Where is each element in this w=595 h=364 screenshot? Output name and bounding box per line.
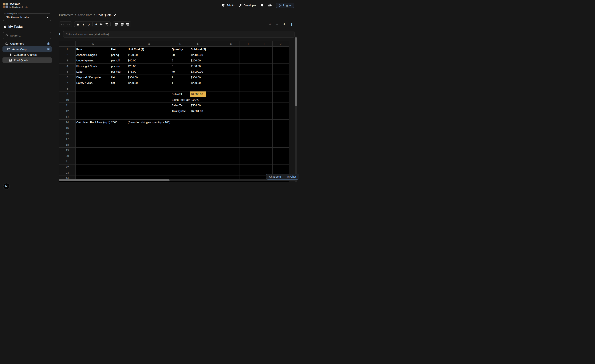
cell-D5[interactable]: 40 <box>171 69 190 75</box>
cell-G8[interactable] <box>223 86 240 92</box>
vertical-scrollbar[interactable] <box>295 36 297 182</box>
cell-J21[interactable] <box>273 159 289 165</box>
cell-A7[interactable]: Safety / Misc. <box>76 80 110 86</box>
cell-I15[interactable] <box>256 125 273 131</box>
cell-I3[interactable] <box>256 58 273 63</box>
cell-H10[interactable] <box>240 97 256 103</box>
cell-H14[interactable] <box>240 120 256 125</box>
cell-D7[interactable]: 1 <box>171 80 190 86</box>
row-header-23[interactable]: 23 <box>59 170 76 176</box>
cell-A5[interactable]: Labor <box>76 69 110 75</box>
cell-I16[interactable] <box>256 131 273 137</box>
cell-A8[interactable] <box>76 86 110 92</box>
cell-J3[interactable] <box>273 58 289 63</box>
cell-G18[interactable] <box>223 142 240 148</box>
sidebar-item-roof-quote[interactable]: Roof Quote <box>2 57 52 63</box>
cell-C18[interactable] <box>127 142 171 148</box>
cell-H7[interactable] <box>240 80 256 86</box>
cell-G11[interactable] <box>223 103 240 108</box>
cell-E22[interactable] <box>190 165 206 170</box>
cell-F22[interactable] <box>206 165 223 170</box>
column-header-E[interactable]: E <box>190 41 206 47</box>
cell-H13[interactable] <box>240 114 256 120</box>
cell-C14[interactable]: (Based on shingles quantity × 100) <box>127 120 171 125</box>
add-row-button[interactable]: + <box>268 22 272 27</box>
align-left-button[interactable] <box>114 22 119 27</box>
row-header-9[interactable]: 9 <box>59 91 76 97</box>
row-header-10[interactable]: 10 <box>59 97 76 103</box>
notifications-button[interactable] <box>260 4 264 7</box>
cell-D15[interactable] <box>171 125 190 131</box>
cell-A17[interactable] <box>76 136 110 142</box>
cell-H1[interactable] <box>240 47 256 52</box>
cell-E4[interactable]: $150.00 <box>190 63 206 69</box>
cell-H23[interactable] <box>240 170 256 176</box>
cell-C23[interactable] <box>127 170 171 176</box>
id-badge-icon[interactable] <box>47 42 50 45</box>
cell-A23[interactable] <box>76 170 110 176</box>
cell-A22[interactable] <box>76 165 110 170</box>
cell-J11[interactable] <box>273 103 289 108</box>
row-header-1[interactable]: 1 <box>59 47 76 52</box>
cell-D20[interactable] <box>171 153 190 159</box>
cell-B1[interactable]: Unit <box>110 47 127 52</box>
cell-F20[interactable] <box>206 153 223 159</box>
cell-G17[interactable] <box>223 136 240 142</box>
row-header-14[interactable]: 14 <box>59 120 76 125</box>
underline-button[interactable]: U <box>86 22 91 27</box>
cell-J15[interactable] <box>273 125 289 131</box>
cell-G12[interactable] <box>223 108 240 114</box>
breadcrumb-acme-corp[interactable]: Acme Corp <box>78 13 92 17</box>
cell-C11[interactable] <box>127 103 171 108</box>
cell-B20[interactable] <box>110 153 127 159</box>
cell-D17[interactable] <box>171 136 190 142</box>
cell-I10[interactable] <box>256 97 273 103</box>
cell-E8[interactable] <box>190 86 206 92</box>
cell-I5[interactable] <box>256 69 273 75</box>
cell-E1[interactable]: Subtotal ($) <box>190 47 206 52</box>
row-header-13[interactable]: 13 <box>59 114 76 120</box>
cell-I20[interactable] <box>256 153 273 159</box>
cell-J16[interactable] <box>273 131 289 137</box>
cell-A9[interactable] <box>76 91 110 97</box>
cell-F4[interactable] <box>206 63 223 69</box>
cell-H12[interactable] <box>240 108 256 114</box>
cell-F10[interactable] <box>206 97 223 103</box>
cell-D10[interactable]: Sales Tax Rate <box>171 97 190 103</box>
column-header-B[interactable]: B <box>110 41 127 47</box>
cell-B18[interactable] <box>110 142 127 148</box>
cell-E18[interactable] <box>190 142 206 148</box>
cell-A15[interactable] <box>76 125 110 131</box>
cell-G21[interactable] <box>223 159 240 165</box>
vertical-scrollbar-thumb[interactable] <box>295 37 297 106</box>
workspace-select[interactable]: Workspace Shuttleworth Labs <box>3 14 51 21</box>
add-column-button[interactable]: + <box>282 22 287 27</box>
cell-B3[interactable]: per roll <box>110 58 127 63</box>
cell-J7[interactable] <box>273 80 289 86</box>
breadcrumb-customers[interactable]: Customers <box>59 13 73 17</box>
cell-H4[interactable] <box>240 63 256 69</box>
row-header-18[interactable]: 18 <box>59 142 76 148</box>
cell-E11[interactable]: $504.00 <box>190 103 206 108</box>
cell-G20[interactable] <box>223 153 240 159</box>
cell-G15[interactable] <box>223 125 240 131</box>
sidebar-search[interactable] <box>3 32 51 39</box>
cell-D21[interactable] <box>171 159 190 165</box>
formula-input[interactable] <box>63 31 294 37</box>
cell-I6[interactable] <box>256 75 273 80</box>
cell-H22[interactable] <box>240 165 256 170</box>
cell-G3[interactable] <box>223 58 240 63</box>
cell-C16[interactable] <box>127 131 171 137</box>
row-header-7[interactable]: 7 <box>59 80 76 86</box>
cell-H15[interactable] <box>240 125 256 131</box>
cell-D6[interactable]: 1 <box>171 75 190 80</box>
cell-I21[interactable] <box>256 159 273 165</box>
row-header-16[interactable]: 16 <box>59 131 76 137</box>
cell-C6[interactable]: $350.00 <box>127 75 171 80</box>
cell-E17[interactable] <box>190 136 206 142</box>
cell-B9[interactable] <box>110 91 127 97</box>
text-color-button[interactable]: A <box>94 22 99 27</box>
cell-J22[interactable] <box>273 165 289 170</box>
cell-F14[interactable] <box>206 120 223 125</box>
cell-H11[interactable] <box>240 103 256 108</box>
